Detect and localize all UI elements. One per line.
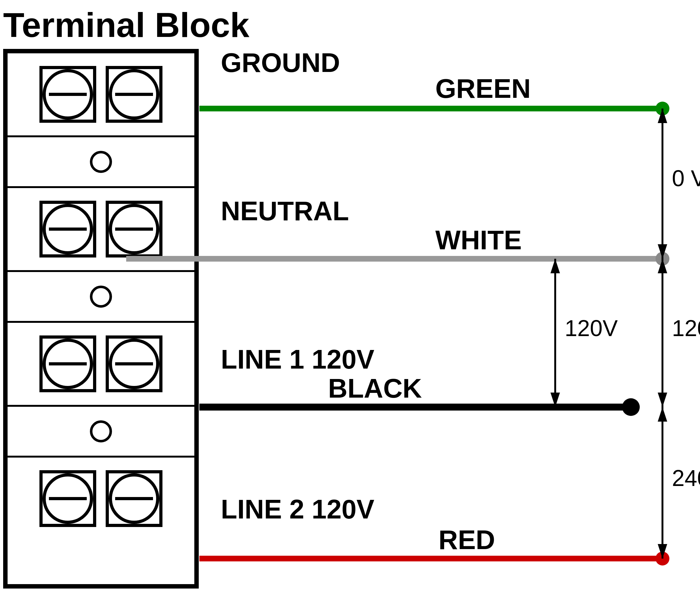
svg-text:WHITE: WHITE: [435, 225, 522, 255]
line2-connector-right: [106, 470, 162, 527]
svg-marker-21: [658, 259, 667, 273]
svg-point-5: [622, 398, 640, 416]
ground-label: GROUND: [221, 47, 340, 78]
svg-marker-14: [658, 244, 667, 259]
svg-point-1: [655, 102, 669, 116]
svg-marker-17: [550, 259, 560, 273]
small-circle-1: [90, 151, 112, 173]
svg-text:0 Volts: 0 Volts: [672, 166, 700, 191]
small-circle-3: [90, 420, 112, 442]
svg-marker-26: [658, 544, 667, 558]
svg-point-7: [655, 552, 669, 566]
svg-point-3: [655, 252, 669, 266]
svg-text:120V: 120V: [565, 316, 618, 341]
neutral-connector-right: [106, 201, 162, 258]
page-title: Terminal Block: [3, 6, 249, 44]
line1-connector-right: [106, 335, 162, 392]
ground-row: [7, 53, 194, 135]
svg-text:GREEN: GREEN: [435, 74, 531, 103]
neutral-connector-left: [40, 201, 96, 258]
svg-marker-18: [550, 392, 560, 407]
ground-connector-right: [106, 66, 162, 123]
small-circle-2: [90, 286, 112, 308]
svg-marker-22: [658, 392, 667, 407]
neutral-row: [7, 188, 194, 270]
line1-label: LINE 1 120V: [221, 344, 374, 375]
single-row-2: [7, 272, 194, 321]
single-row-1: [7, 137, 194, 186]
svg-marker-25: [658, 407, 667, 422]
line2-label: LINE 2 120V: [221, 494, 374, 525]
svg-text:RED: RED: [439, 525, 495, 555]
line2-connector-left: [40, 470, 96, 527]
svg-marker-13: [658, 109, 667, 123]
ground-connector-left: [40, 66, 96, 123]
line2-row: [7, 458, 194, 540]
terminal-block-box: [3, 49, 199, 589]
svg-text:120V: 120V: [672, 316, 700, 341]
diagram-container: Terminal Block: [0, 0, 700, 598]
neutral-label: NEUTRAL: [221, 196, 349, 226]
svg-text:BLACK: BLACK: [328, 373, 422, 403]
line1-connector-left: [40, 335, 96, 392]
line1-row: [7, 323, 194, 405]
single-row-3: [7, 407, 194, 456]
svg-text:240V: 240V: [672, 465, 700, 491]
